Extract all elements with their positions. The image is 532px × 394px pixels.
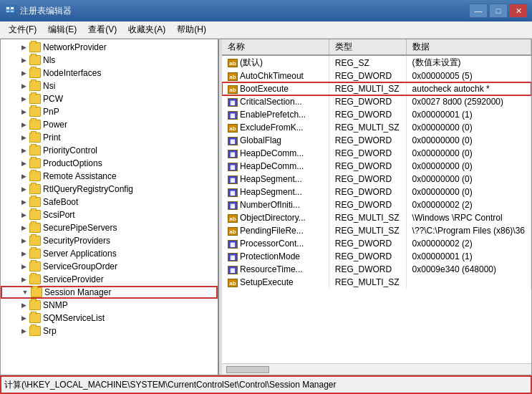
tree-item-label: PriorityControl bbox=[43, 145, 97, 155]
tree-item[interactable]: ▶Srp bbox=[1, 325, 218, 337]
ab-icon: ab bbox=[228, 124, 238, 133]
tree-expand-icon[interactable]: ▶ bbox=[18, 235, 29, 246]
tree-expand-icon[interactable]: ▶ bbox=[18, 106, 29, 117]
table-row[interactable]: abPendingFileRe...REG_MULTI_SZ\??\C:\Pro… bbox=[222, 224, 531, 237]
tree-item[interactable]: ▶SQMServiceList bbox=[1, 312, 218, 325]
tree-expand-icon[interactable]: ▶ bbox=[18, 170, 29, 182]
ab-icon: ab bbox=[228, 227, 238, 236]
tree-item[interactable]: ▶NetworkProvider bbox=[1, 41, 218, 54]
tree-item[interactable]: ▶Nsi bbox=[1, 80, 218, 92]
tree-item[interactable]: ▶PCW bbox=[1, 92, 218, 105]
menu-item[interactable]: 查看(V) bbox=[82, 22, 122, 37]
close-button[interactable]: ✕ bbox=[509, 4, 528, 18]
tree-item[interactable]: ▶SafeBoot bbox=[1, 196, 218, 208]
tree-item-label: NetworkProvider bbox=[43, 42, 107, 52]
tree-expand-icon[interactable]: ▶ bbox=[18, 196, 29, 208]
svg-rect-1 bbox=[6, 7, 9, 9]
tree-item[interactable]: ▶SecurePipeServers bbox=[1, 221, 218, 234]
tree-item[interactable]: ▶NodeInterfaces bbox=[1, 67, 218, 80]
tree-expand-icon[interactable]: ▶ bbox=[18, 119, 29, 130]
tree-expand-icon[interactable]: ▶ bbox=[18, 80, 29, 92]
cell-name: ▦HeapDeComm... bbox=[222, 147, 329, 160]
maximize-button[interactable]: □ bbox=[489, 4, 508, 18]
tree-expand-icon[interactable]: ▶ bbox=[18, 67, 29, 79]
table-row[interactable]: abExcludeFromK...REG_MULTI_SZ0x00000000 … bbox=[222, 121, 531, 134]
grid-icon: ▦ bbox=[228, 111, 238, 120]
tree-expand-icon[interactable]: ▶ bbox=[18, 145, 29, 156]
cell-type: REG_DWORD bbox=[329, 108, 406, 121]
tree-expand-icon[interactable]: ▶ bbox=[18, 299, 29, 311]
tree-item[interactable]: ▶ServiceProvider bbox=[1, 273, 218, 286]
tree-expand-icon[interactable]: ▶ bbox=[18, 183, 29, 195]
tree-item[interactable]: ▶PnP bbox=[1, 105, 218, 118]
registry-table-container[interactable]: 名称 类型 数据 ab(默认)REG_SZ(数值未设置)abAutoChkTim… bbox=[222, 39, 531, 363]
tree-expand-icon[interactable]: ▶ bbox=[18, 209, 29, 221]
cell-data: 0x00000001 (1) bbox=[406, 250, 531, 263]
folder-icon bbox=[29, 158, 41, 168]
table-body: ab(默认)REG_SZ(数值未设置)abAutoChkTimeoutREG_D… bbox=[222, 55, 531, 289]
table-row[interactable]: ab(默认)REG_SZ(数值未设置) bbox=[222, 55, 531, 69]
tree-item-label: RtlQueryRegistryConfig bbox=[43, 184, 133, 194]
cell-type: REG_MULTI_SZ bbox=[329, 82, 406, 95]
tree-expand-icon[interactable]: ▶ bbox=[18, 248, 29, 259]
table-row[interactable]: abSetupExecuteREG_MULTI_SZ bbox=[222, 276, 531, 289]
tree-item[interactable]: ▶ScsiPort bbox=[1, 208, 218, 221]
table-row[interactable]: abAutoChkTimeoutREG_DWORD0x00000005 (5) bbox=[222, 69, 531, 82]
tree-item[interactable]: ▶PriorityControl bbox=[1, 144, 218, 157]
table-row[interactable]: ▦HeapSegment...REG_DWORD0x00000000 (0) bbox=[222, 173, 531, 186]
table-row[interactable]: abBootExecuteREG_MULTI_SZautocheck autoc… bbox=[222, 82, 531, 95]
table-row[interactable]: ▦ProcessorCont...REG_DWORD0x00000002 (2) bbox=[222, 237, 531, 250]
table-row[interactable]: ▦EnablePrefetch...REG_DWORD0x00000001 (1… bbox=[222, 108, 531, 121]
table-row[interactable]: ▦HeapDeComm...REG_DWORD0x00000000 (0) bbox=[222, 147, 531, 160]
horizontal-scrollbar[interactable] bbox=[222, 363, 531, 375]
menu-item[interactable]: 文件(F) bbox=[3, 22, 42, 37]
tree-expand-icon[interactable]: ▶ bbox=[18, 42, 29, 53]
tree-expand-icon[interactable]: ▶ bbox=[18, 222, 29, 234]
tree-item[interactable]: ▶Power bbox=[1, 118, 218, 131]
tree-item[interactable]: ▶SecurityProviders bbox=[1, 234, 218, 247]
tree-item[interactable]: ▶Remote Assistance bbox=[1, 170, 218, 183]
tree-expand-icon[interactable]: ▼ bbox=[19, 287, 31, 298]
tree-expand-icon[interactable]: ▶ bbox=[18, 54, 29, 66]
tree-item[interactable]: ▶ServiceGroupOrder bbox=[1, 260, 218, 273]
cell-data: 0x0027 8d00 (2592000) bbox=[406, 95, 531, 108]
tree-expand-icon[interactable]: ▶ bbox=[18, 132, 29, 143]
tree-item[interactable]: ▶ProductOptions bbox=[1, 157, 218, 170]
col-type: 类型 bbox=[329, 39, 406, 55]
table-row[interactable]: ▦GlobalFlagREG_DWORD0x00000000 (0) bbox=[222, 134, 531, 147]
tree-expand-icon[interactable]: ▶ bbox=[18, 93, 29, 105]
menu-item[interactable]: 帮助(H) bbox=[171, 22, 212, 37]
tree-expand-icon[interactable]: ▶ bbox=[18, 325, 29, 337]
tree-item[interactable]: ▼Session Manager bbox=[1, 286, 218, 299]
folder-icon bbox=[29, 42, 41, 52]
cell-name: abAutoChkTimeout bbox=[222, 69, 329, 82]
tree-item-label: NodeInterfaces bbox=[43, 68, 101, 78]
tree-expand-icon[interactable]: ▶ bbox=[18, 261, 29, 272]
table-row[interactable]: ▦HeapSegment...REG_DWORD0x00000000 (0) bbox=[222, 186, 531, 198]
cell-name: abExcludeFromK... bbox=[222, 121, 329, 134]
tree-item-label: ProductOptions bbox=[43, 158, 102, 168]
tree-item[interactable]: ▶SNMP bbox=[1, 299, 218, 312]
tree-expand-icon[interactable]: ▶ bbox=[18, 312, 29, 324]
table-row[interactable]: ▦NumberOfIniti...REG_DWORD0x00000002 (2) bbox=[222, 198, 531, 211]
minimize-button[interactable]: — bbox=[469, 4, 488, 18]
cell-name: ▦CriticalSection... bbox=[222, 95, 329, 108]
table-row[interactable]: ▦CriticalSection...REG_DWORD0x0027 8d00 … bbox=[222, 95, 531, 108]
tree-expand-icon[interactable]: ▶ bbox=[18, 158, 29, 169]
table-row[interactable]: ▦ProtectionModeREG_DWORD0x00000001 (1) bbox=[222, 250, 531, 263]
menu-item[interactable]: 收藏夹(A) bbox=[122, 22, 171, 37]
folder-icon bbox=[29, 274, 41, 284]
table-row[interactable]: ▦ResourceTime...REG_DWORD0x0009e340 (648… bbox=[222, 263, 531, 276]
tree-panel[interactable]: ▶NetworkProvider▶Nls▶NodeInterfaces▶Nsi▶… bbox=[1, 39, 219, 375]
tree-item[interactable]: ▶Nls bbox=[1, 54, 218, 67]
menu-item[interactable]: 编辑(E) bbox=[42, 22, 82, 37]
table-row[interactable]: ▦HeapDeComm...REG_DWORD0x00000000 (0) bbox=[222, 160, 531, 173]
tree-item[interactable]: ▶Print bbox=[1, 131, 218, 144]
scrollbar-thumb[interactable] bbox=[226, 366, 269, 373]
tree-expand-icon[interactable]: ▶ bbox=[18, 274, 29, 285]
tree-item[interactable]: ▶RtlQueryRegistryConfig bbox=[1, 183, 218, 196]
tree-item[interactable]: ▶Server Applications bbox=[1, 247, 218, 260]
table-row[interactable]: abObjectDirectory...REG_MULTI_SZ\Windows… bbox=[222, 211, 531, 224]
cell-data: 0x00000000 (0) bbox=[406, 160, 531, 173]
menu-bar: 文件(F)编辑(E)查看(V)收藏夹(A)帮助(H) bbox=[0, 21, 532, 39]
